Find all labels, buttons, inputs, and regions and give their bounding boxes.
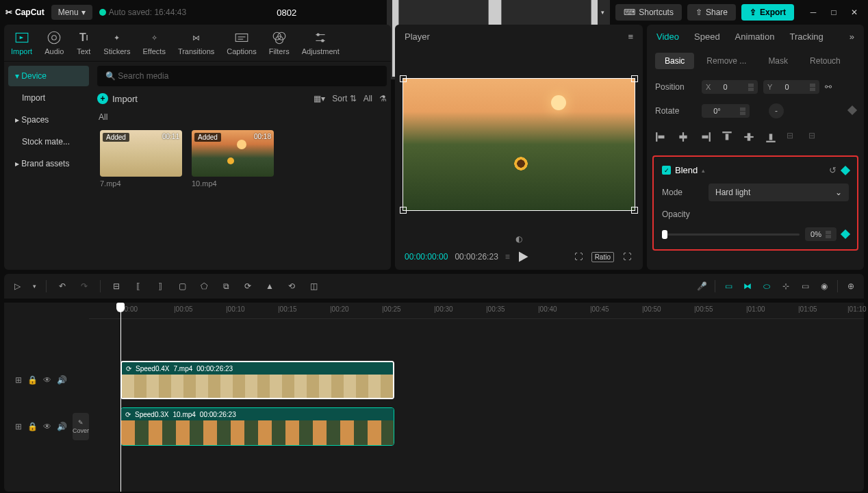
prop-tab-tracking[interactable]: Tracking: [789, 31, 823, 42]
track-visible-icon[interactable]: 👁: [43, 422, 51, 431]
align-center-h-icon[interactable]: [677, 131, 689, 143]
track-add-icon[interactable]: ⊞: [15, 375, 22, 385]
mic-button[interactable]: 🎤: [695, 280, 708, 292]
undo-button[interactable]: ↶: [56, 280, 68, 292]
tab-adjustment[interactable]: Adjustment: [302, 30, 340, 55]
track-mute-icon[interactable]: 🔊: [57, 375, 67, 385]
sidebar-item-device[interactable]: ▾ Device: [8, 66, 89, 86]
sidebar-item-spaces[interactable]: ▸ Spaces: [8, 110, 89, 130]
video-frame[interactable]: [403, 78, 635, 211]
shield-tool[interactable]: ⬠: [198, 280, 210, 292]
position-y-input[interactable]: Y0: [763, 80, 819, 94]
search-input[interactable]: 🔍 Search media: [97, 66, 387, 86]
tab-captions[interactable]: Captions: [227, 30, 256, 55]
keyframe-icon[interactable]: [847, 105, 857, 115]
more-icon[interactable]: »: [850, 31, 854, 42]
preview-button[interactable]: ▭: [799, 280, 811, 292]
blend-mode-select[interactable]: Hard light ⌄: [709, 184, 849, 201]
opacity-slider[interactable]: [662, 233, 800, 236]
sidebar-item-stock[interactable]: Stock mate...: [8, 131, 89, 152]
link-icon[interactable]: ⚯: [825, 82, 832, 92]
sidebar-item-import[interactable]: Import: [8, 88, 89, 108]
filter-icon[interactable]: ⚗: [379, 94, 387, 103]
rotate-input[interactable]: 0°: [702, 104, 750, 118]
align-top-icon[interactable]: [721, 131, 733, 143]
prop-tab-animation[interactable]: Animation: [735, 31, 775, 42]
subtab-basic[interactable]: Basic: [655, 53, 694, 69]
resize-handle[interactable]: [631, 75, 638, 82]
reset-icon[interactable]: ↺: [829, 165, 837, 175]
sort-button[interactable]: Sort ⇅: [332, 94, 356, 103]
cover-button[interactable]: ✎Cover: [73, 413, 89, 440]
media-item[interactable]: Added 00:11 7.mp4: [100, 130, 182, 188]
track-add-icon[interactable]: ⊞: [15, 422, 22, 431]
align-right-icon[interactable]: [699, 131, 711, 143]
ratio-button[interactable]: Ratio: [591, 252, 614, 262]
trim-right-tool[interactable]: ⟧: [154, 280, 166, 292]
play-button[interactable]: [517, 251, 529, 263]
tab-transitions[interactable]: ⋈Transitions: [178, 30, 214, 55]
resize-handle[interactable]: [631, 207, 638, 214]
grid-view-button[interactable]: ▦▾: [314, 94, 325, 103]
blend-checkbox[interactable]: ✓: [662, 166, 671, 175]
track-button[interactable]: ⊹: [780, 280, 792, 292]
media-thumbnail[interactable]: Added 00:18: [192, 130, 274, 177]
project-title[interactable]: 0802: [193, 8, 380, 18]
menu-button[interactable]: Menu ▾: [51, 5, 92, 20]
tab-import[interactable]: Import: [11, 30, 32, 55]
playhead[interactable]: [120, 303, 121, 492]
magnet-button[interactable]: ▭: [722, 280, 735, 292]
player-menu-icon[interactable]: ≡: [628, 31, 633, 42]
crop-tool[interactable]: ◫: [307, 280, 320, 292]
position-x-input[interactable]: X0: [702, 80, 758, 94]
frame-button[interactable]: ⛶: [572, 251, 585, 263]
minimize-button[interactable]: ─: [805, 4, 821, 21]
media-thumbnail[interactable]: Added 00:11: [100, 130, 182, 177]
subtab-retouch[interactable]: Retouch: [800, 53, 850, 69]
prop-tab-video[interactable]: Video: [656, 31, 679, 42]
trim-left-tool[interactable]: ⟦: [132, 280, 144, 292]
opacity-input[interactable]: 0%: [805, 227, 837, 241]
timeline-ruler[interactable]: 00:00 |00:05 |00:10 |00:15 |00:20 |00:25…: [89, 303, 864, 319]
maximize-button[interactable]: □: [826, 4, 842, 21]
filter-all-button[interactable]: All: [363, 94, 372, 103]
align-center-v-icon[interactable]: [743, 131, 755, 143]
close-button[interactable]: ✕: [846, 4, 863, 21]
tab-effects[interactable]: ✧Effects: [142, 30, 165, 55]
chevron-down-icon[interactable]: ▾: [33, 283, 36, 290]
link-button[interactable]: ⧓: [741, 280, 754, 292]
track-lock-icon[interactable]: 🔒: [27, 375, 38, 385]
align-left-icon[interactable]: [655, 131, 667, 143]
distribute-h-icon[interactable]: ⊟: [787, 131, 799, 143]
align-bottom-icon[interactable]: [765, 131, 777, 143]
shortcuts-button[interactable]: ⌨Shortcuts: [615, 4, 682, 21]
rotate-dial[interactable]: -: [769, 103, 784, 118]
tab-stickers[interactable]: ✦Stickers: [103, 30, 130, 55]
color-picker-icon[interactable]: ◐: [395, 234, 643, 244]
media-item[interactable]: Added 00:18 10.mp4: [192, 130, 274, 188]
fullscreen-button[interactable]: ⛶: [621, 251, 633, 263]
keyframe-icon[interactable]: [841, 165, 850, 175]
resize-handle[interactable]: [400, 75, 407, 82]
export-button[interactable]: ⇪Export: [741, 4, 794, 21]
keyframe-icon[interactable]: [841, 229, 850, 239]
timeline-clip[interactable]: ⟳Speed0.4X7.mp400:00:26:23: [120, 361, 394, 399]
copy-tool[interactable]: ⧉: [220, 280, 232, 292]
tab-filters[interactable]: Filters: [269, 30, 290, 55]
redo-button[interactable]: ↷: [78, 280, 90, 292]
rotate-tool[interactable]: ⟲: [285, 280, 298, 292]
track-lock-icon[interactable]: 🔒: [27, 422, 38, 431]
timeline-scale-icon[interactable]: ≡: [505, 252, 510, 262]
prop-tab-speed[interactable]: Speed: [694, 31, 720, 42]
select-tool[interactable]: ▷: [11, 280, 23, 292]
chevron-up-icon[interactable]: ▴: [702, 167, 705, 174]
reverse-tool[interactable]: ⟳: [242, 280, 254, 292]
zoom-fit-button[interactable]: ⊕: [845, 280, 857, 292]
share-button[interactable]: ⇧Share: [687, 4, 736, 21]
subtab-mask[interactable]: Mask: [758, 53, 797, 69]
marker-button[interactable]: ◉: [818, 280, 830, 292]
tab-audio[interactable]: Audio: [44, 30, 64, 55]
mirror-tool[interactable]: ▲: [264, 280, 276, 292]
track-mute-icon[interactable]: 🔊: [57, 422, 67, 431]
tab-text[interactable]: TIText: [76, 30, 91, 55]
